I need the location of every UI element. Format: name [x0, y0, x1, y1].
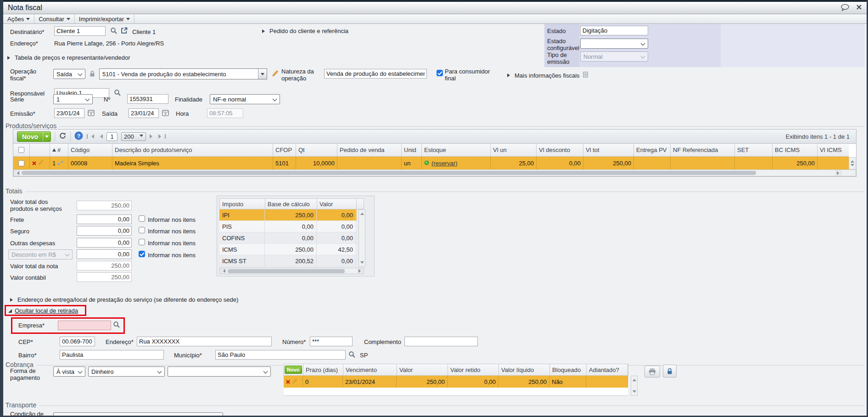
novo-button[interactable]: Novo	[17, 131, 51, 142]
natureza-operacao-input[interactable]	[324, 69, 427, 79]
cobranca-novo-button[interactable]: Novo	[285, 366, 302, 374]
finalidade-select[interactable]: NF-e normal	[210, 94, 280, 104]
edit-pencil-icon[interactable]	[38, 159, 44, 167]
col-adiantado[interactable]: Adiantado?	[587, 364, 628, 375]
edit-pencil-icon[interactable]	[272, 69, 279, 79]
numero-input[interactable]	[127, 94, 168, 104]
frete-informar-checkbox[interactable]	[139, 215, 145, 222]
seguro-field[interactable]	[77, 226, 132, 236]
estado-field[interactable]	[580, 26, 648, 35]
impostos-horizontal-scrollbar[interactable]	[219, 268, 364, 274]
desconto-informar-checkbox[interactable]	[139, 251, 145, 257]
delete-row-icon[interactable]	[32, 160, 36, 167]
complemento-input[interactable]	[404, 337, 478, 346]
menu-consultar[interactable]: Consultar	[34, 14, 75, 23]
imposto-row-pis[interactable]: PIS 0,00 0,00	[219, 221, 357, 232]
mais-info-fiscais-toggle[interactable]: Mais informações fiscais	[507, 71, 588, 79]
col-cfop[interactable]: CFOP	[273, 144, 296, 156]
col-valor-parcela[interactable]: Valor	[397, 364, 448, 375]
pager-next-button[interactable]	[150, 134, 155, 139]
col-nf-referenciada[interactable]: NF Referenciada	[671, 144, 735, 156]
col-num[interactable]: #	[50, 144, 68, 156]
select-all-checkbox-cell[interactable]	[13, 144, 30, 156]
condicao-pagamento-select[interactable]: À vista	[53, 366, 85, 377]
move-up-icon[interactable]	[57, 161, 60, 165]
reservar-link[interactable]: (reservar)	[431, 160, 457, 167]
close-icon[interactable]	[856, 4, 862, 11]
impostos-vertical-scrollbar[interactable]	[358, 209, 365, 267]
consumidor-final-checkbox[interactable]	[437, 70, 443, 76]
pager-last-button[interactable]	[158, 134, 166, 139]
endereco-entrega-toggle[interactable]: Endereço de entrega/local de prestação d…	[10, 296, 238, 303]
grid-horizontal-scrollbar[interactable]	[13, 169, 856, 176]
tabela-precos-toggle[interactable]: Tabela de preços e representante/vendedo…	[7, 54, 130, 61]
col-prazo[interactable]: Prazo (dias)	[303, 364, 343, 375]
meio-pagamento-select[interactable]: Dinheiro	[88, 366, 165, 377]
conta-select[interactable]	[168, 366, 271, 377]
desconto-field[interactable]	[77, 249, 132, 259]
endereco-retirada-input[interactable]	[137, 337, 272, 346]
imposto-row-icms-st[interactable]: ICMS ST 200,52 0,00	[219, 255, 357, 267]
calendar-icon[interactable]: 8	[162, 109, 169, 118]
bloquear-parcelas-button[interactable]	[663, 365, 677, 378]
menu-acoes[interactable]: Ações	[3, 14, 34, 23]
col-set[interactable]: SET	[735, 144, 773, 156]
grid-vertical-scrollbar[interactable]	[849, 157, 856, 169]
col-vl-desconto[interactable]: Vl desconto	[537, 144, 583, 156]
bairro-input[interactable]	[60, 350, 164, 360]
delete-row-icon[interactable]	[286, 378, 290, 385]
col-estoque[interactable]: Estoque	[422, 144, 491, 156]
calendar-icon[interactable]: 8	[87, 109, 95, 118]
operacao-tipo-select[interactable]: Saída	[53, 69, 85, 79]
col-entrega-pv[interactable]: Entrega PV	[634, 144, 671, 156]
col-valor-liquido[interactable]: Valor líquido	[499, 364, 550, 375]
operacao-cfop-combo[interactable]: 5101 - Venda de produção do estabelecime…	[99, 68, 267, 79]
page-number-box[interactable]: 1	[106, 132, 118, 141]
saida-input[interactable]	[129, 108, 159, 118]
move-down-icon[interactable]	[61, 161, 63, 165]
cep-input[interactable]	[60, 337, 95, 346]
col-base-calculo[interactable]: Base de cálculo	[265, 199, 317, 209]
serie-select[interactable]: 1	[53, 94, 93, 104]
destinatario-input[interactable]	[54, 26, 106, 36]
pedido-cliente-toggle[interactable]: Pedido do cliente e referência	[262, 28, 348, 34]
search-icon[interactable]	[110, 27, 118, 36]
open-record-icon[interactable]	[120, 27, 128, 36]
search-icon[interactable]	[348, 351, 356, 360]
emissao-input[interactable]	[54, 108, 84, 118]
search-icon[interactable]	[114, 89, 121, 98]
produto-row[interactable]: 1 00008 Madeira Simples 5101 10,0000 un …	[13, 157, 849, 169]
comment-bubble-icon[interactable]	[840, 4, 850, 12]
refresh-icon[interactable]	[59, 132, 67, 141]
note-icon[interactable]	[582, 71, 588, 79]
outras-despesas-field[interactable]	[77, 238, 132, 248]
parcela-row[interactable]: 0 23/01/2024 250,00 0,00 250,00 Não	[284, 376, 628, 388]
numero-retirada-input[interactable]	[310, 337, 353, 346]
col-valor[interactable]: Valor	[317, 199, 357, 209]
col-bc-icms[interactable]: BC ICMS	[773, 144, 818, 156]
edit-pencil-icon[interactable]	[292, 378, 297, 385]
page-size-select[interactable]: 200	[121, 132, 146, 141]
imposto-row-icms[interactable]: ICMS 250,00 42,50	[219, 244, 357, 255]
pager-prev-button[interactable]	[98, 134, 103, 139]
menu-imprimir-exportar[interactable]: Imprimir/exportar	[75, 14, 134, 23]
col-codigo[interactable]: Código	[68, 144, 112, 156]
col-vl-icms[interactable]: Vl ICMS	[818, 144, 849, 156]
col-imposto[interactable]: Imposto	[220, 199, 265, 209]
col-qt[interactable]: Qt	[296, 144, 337, 156]
col-pedido-venda[interactable]: Pedido de venda	[337, 144, 402, 156]
estado-configuravel-select[interactable]	[580, 39, 648, 49]
row-checkbox-cell[interactable]	[13, 157, 30, 169]
col-bloqueado[interactable]: Bloqueado	[550, 364, 587, 375]
outras-informar-checkbox[interactable]	[139, 239, 145, 245]
pager-first-button[interactable]	[87, 134, 94, 139]
col-valor-retido[interactable]: Valor retido	[448, 364, 499, 375]
col-vl-un[interactable]: Vl un	[491, 144, 537, 156]
novo-dropdown-button[interactable]	[43, 132, 50, 141]
help-icon[interactable]: ?	[74, 131, 83, 141]
imprimir-boleto-button[interactable]	[644, 366, 660, 378]
combo-dropdown-button[interactable]	[258, 69, 267, 79]
imposto-row-ipi[interactable]: IPI 250,00 0,00	[219, 209, 357, 221]
col-descricao[interactable]: Descrição do produto/serviço	[112, 144, 273, 156]
cobranca-vertical-scrollbar[interactable]	[631, 376, 638, 396]
